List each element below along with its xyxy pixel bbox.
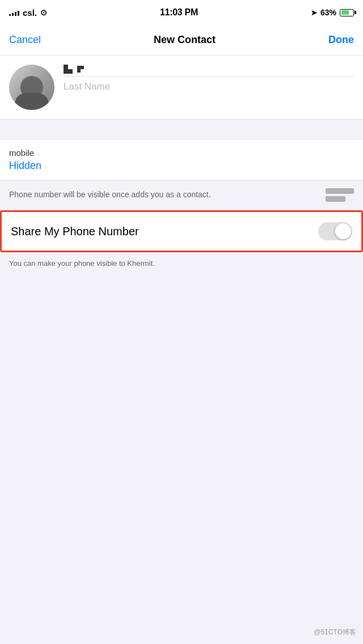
caption-text: You can make your phone visible to Kherm… — [9, 259, 155, 268]
redacted-line-2 — [326, 196, 345, 202]
share-phone-label: Share My Phone Number — [11, 225, 139, 238]
battery-percent: 63% — [320, 8, 336, 17]
phone-value: Hidden — [9, 160, 354, 172]
toggle-thumb — [335, 223, 351, 239]
location-icon: ➤ — [311, 9, 317, 17]
info-text: Phone number will be visible once adds y… — [9, 189, 326, 201]
carrier-label: csl. — [23, 8, 37, 18]
share-phone-toggle[interactable] — [318, 222, 352, 240]
last-name-input[interactable] — [64, 76, 354, 97]
first-name-icon — [64, 65, 73, 74]
status-left: csl. ⊙ — [9, 8, 47, 18]
status-bar: csl. ⊙ 11:03 PM ➤ 63% — [0, 0, 363, 25]
redacted-line-1 — [326, 188, 354, 194]
phone-section: mobile Hidden — [0, 140, 363, 180]
page-title: New Contact — [154, 34, 216, 46]
status-right: ➤ 63% — [311, 8, 354, 17]
wifi-icon: ⊙ — [40, 8, 47, 17]
avatar-inner — [9, 65, 54, 110]
share-phone-section: Share My Phone Number — [0, 210, 363, 252]
status-time: 11:03 PM — [160, 7, 198, 18]
battery-icon — [340, 9, 354, 16]
second-name-icon — [77, 66, 84, 73]
cancel-button[interactable]: Cancel — [9, 34, 41, 46]
nav-bar: Cancel New Contact Done — [0, 25, 363, 56]
name-fields — [64, 65, 354, 97]
redacted-image — [326, 188, 354, 202]
done-button[interactable]: Done — [328, 34, 354, 46]
name-row-top — [64, 65, 354, 74]
info-section: Phone number will be visible once adds y… — [0, 180, 363, 210]
contact-form-section — [0, 56, 363, 120]
avatar[interactable] — [9, 65, 54, 110]
signal-icon — [9, 9, 19, 16]
watermark: @51CTO博客 — [314, 628, 356, 637]
battery-fill — [341, 10, 349, 15]
caption-section: You can make your phone visible to Kherm… — [0, 252, 363, 279]
avatar-blob2 — [15, 93, 49, 110]
phone-type-label: mobile — [9, 148, 354, 158]
section-spacer — [0, 120, 363, 140]
